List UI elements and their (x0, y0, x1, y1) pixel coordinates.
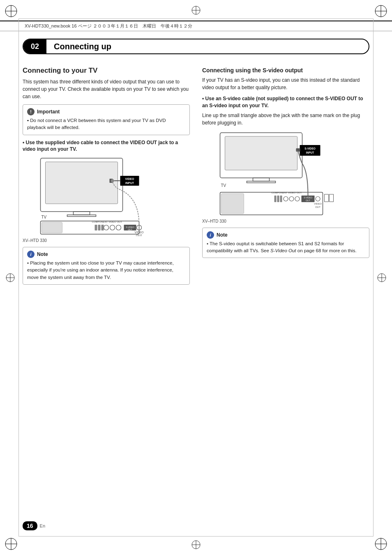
svg-rect-27 (67, 215, 96, 216)
svg-text:COMPONENT VIDEO OUT: COMPONENT VIDEO OUT (92, 221, 122, 223)
left-diagram-svg: VIDEO INPUT TV S-VIDEO (23, 156, 190, 236)
reg-mark-tr (374, 4, 388, 18)
svg-text:OUT: OUT (306, 199, 310, 202)
reg-mark-bot-mid (190, 539, 202, 551)
chapter-title: Connecting up (46, 42, 111, 51)
svg-point-63 (284, 196, 288, 201)
svg-rect-52 (225, 136, 297, 170)
svg-text:OUT: OUT (128, 228, 132, 231)
book-info-bar: XV-HDT330_new.book 16 ページ ２００３年１月１６日 木曜日… (0, 21, 392, 31)
right-note-header: i Note (207, 231, 365, 239)
svg-text:S-VIDEO: S-VIDEO (304, 147, 316, 150)
left-note-box: i Note • Placing the system unit too clo… (23, 247, 190, 285)
svg-text:OUT: OUT (136, 234, 143, 236)
page-lang: En (40, 523, 45, 528)
reg-mark-top-mid (190, 4, 202, 16)
svg-text:INPUT: INPUT (125, 182, 134, 184)
left-note-header: i Note (27, 251, 185, 258)
svg-point-38 (110, 225, 115, 230)
left-note-text: • Placing the system unit too close to y… (27, 260, 185, 281)
reg-mark-right-mid (376, 272, 388, 284)
important-box: ! Important • Do not connect a VCR betwe… (23, 104, 190, 135)
right-note-box: i Note • The S-video ouptut is switchabl… (202, 228, 369, 258)
left-instruction: • Use the supplied video cable to connec… (23, 139, 190, 153)
reg-mark-tl (4, 4, 18, 18)
svg-text:TV: TV (221, 183, 226, 188)
right-instruction-detail: Line up the small triangle above the jac… (202, 112, 369, 127)
book-info-text: XV-HDT330_new.book 16 ページ ２００３年１月１６日 木曜日… (25, 23, 192, 28)
important-header: ! Important (27, 108, 185, 115)
right-note-text: • The S-video ouptut is switchable betwe… (207, 240, 365, 255)
page-footer: 16 En (23, 521, 45, 530)
svg-text:VIDEO: VIDEO (125, 177, 134, 180)
right-diagram-svg: S-VIDEO INPUT TV S-VIDEO OUT (202, 131, 369, 217)
left-diagram-container: VIDEO INPUT TV S-VIDEO (23, 156, 190, 243)
svg-rect-47 (95, 225, 97, 230)
page-number: 16 (23, 521, 37, 530)
left-diagram-label: XV–HTD 330 (23, 238, 190, 243)
important-label: Important (37, 108, 60, 115)
svg-rect-78 (330, 194, 334, 202)
svg-point-65 (295, 196, 300, 201)
svg-text:INPUT: INPUT (306, 151, 314, 154)
svg-rect-48 (98, 225, 101, 230)
chapter-header: 02 Connecting up (23, 39, 369, 54)
right-note-icon: i (207, 231, 214, 239)
svg-rect-75 (277, 196, 279, 202)
note-italic-text: S-Video Out (270, 248, 296, 253)
svg-point-39 (116, 225, 121, 230)
right-diagram-label: XV–HTD 330 (202, 219, 369, 223)
svg-text:OUT: OUT (315, 206, 321, 208)
left-section-title: Connecting to your TV (23, 67, 190, 75)
left-section-intro: This system has three different kinds of… (23, 78, 190, 100)
svg-rect-26 (74, 212, 90, 215)
right-instruction: • Use an S-video cable (not supplied) to… (202, 95, 369, 109)
reg-mark-br (374, 537, 388, 551)
left-column: Connecting to your TV This system has th… (23, 67, 190, 289)
reg-mark-bl (4, 537, 18, 551)
left-note-icon: i (27, 251, 35, 258)
svg-text:VIDEO: VIDEO (314, 203, 322, 205)
svg-rect-53 (253, 178, 270, 181)
svg-rect-36 (42, 222, 62, 233)
svg-rect-49 (101, 225, 104, 230)
svg-point-46 (111, 179, 114, 182)
svg-text:VIDEO: VIDEO (135, 231, 144, 234)
svg-rect-77 (325, 194, 329, 202)
svg-point-69 (316, 196, 320, 201)
svg-rect-54 (247, 181, 276, 183)
main-content: Connecting to your TV This system has th… (23, 67, 369, 289)
right-column: Connecting using the S-video output If y… (202, 67, 369, 289)
important-icon: ! (27, 108, 35, 115)
svg-rect-55 (300, 145, 321, 156)
reg-mark-left-mid (4, 272, 16, 284)
right-section-title: Connecting using the S-video output (202, 67, 369, 74)
svg-text:COMPONENT VIDEO OUT: COMPONENT VIDEO OUT (272, 191, 302, 194)
chapter-number: 02 (23, 39, 46, 53)
right-note-label: Note (217, 231, 228, 239)
svg-text:S-VIDEO: S-VIDEO (304, 196, 312, 199)
right-diagram-container: S-VIDEO INPUT TV S-VIDEO OUT (202, 131, 369, 223)
important-text: • Do not connect a VCR between this syst… (27, 117, 185, 131)
right-section-intro: If your TV has an S-video input, you can… (202, 76, 369, 91)
svg-rect-62 (221, 193, 244, 214)
svg-point-64 (289, 196, 294, 201)
svg-rect-25 (46, 162, 118, 204)
left-note-label: Note (37, 251, 48, 258)
svg-text:TV: TV (42, 215, 47, 219)
svg-point-37 (104, 225, 109, 230)
svg-rect-76 (280, 196, 282, 202)
svg-rect-74 (274, 196, 277, 202)
